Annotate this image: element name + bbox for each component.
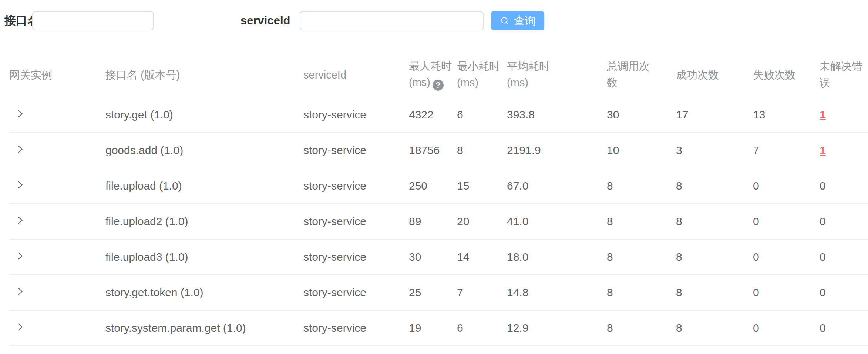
interface-name-cell: story.system.param.get (1.0): [105, 310, 303, 346]
column-header-avg-ms: 平均耗时 (ms): [507, 52, 607, 97]
unresolved-errors-cell: 1: [820, 97, 868, 133]
gateway-cell: [9, 239, 105, 275]
unresolved-errors-value: 0: [820, 286, 826, 298]
total-calls-cell: 8: [607, 310, 676, 346]
chevron-right-icon[interactable]: [14, 286, 26, 297]
avg-ms-cell: 2191.9: [507, 133, 607, 168]
unresolved-errors-value: 0: [820, 215, 826, 227]
fail-count-cell: 13: [753, 97, 820, 133]
gateway-cell: [9, 133, 105, 168]
fail-count-cell: 0: [753, 310, 820, 346]
chevron-right-icon[interactable]: [14, 250, 26, 261]
search-icon: [499, 16, 510, 26]
max-ms-cell: 250: [409, 168, 457, 204]
fail-count-cell: 0: [753, 275, 820, 310]
interface-name-cell: story.get.token (1.0): [105, 275, 303, 310]
chevron-right-icon[interactable]: [14, 179, 26, 190]
fail-count-cell: 0: [753, 239, 820, 275]
avg-ms-cell: 393.8: [507, 97, 607, 133]
max-ms-cell: 89: [409, 204, 457, 239]
success-count-cell: 8: [676, 168, 753, 204]
total-calls-cell: 8: [607, 168, 676, 204]
service-id-cell: story-service: [303, 239, 409, 275]
min-ms-cell: 6: [457, 310, 507, 346]
service-id-input[interactable]: [300, 11, 484, 30]
max-ms-cell: 25: [409, 275, 457, 310]
table-row: file.upload3 (1.0) story-service 30 14 1…: [9, 239, 868, 275]
api-stats-table: 网关实例 接口名 (版本号) serviceId 最大耗时 (ms)? 最小耗时…: [9, 52, 868, 346]
column-header-interface: 接口名 (版本号): [105, 52, 303, 97]
total-calls-cell: 8: [607, 275, 676, 310]
column-header-fail-count: 失败次数: [753, 52, 820, 97]
min-ms-cell: 15: [457, 168, 507, 204]
gateway-cell: [9, 97, 105, 133]
column-header-unresolved-errors: 未解决错误: [820, 52, 868, 97]
question-circle-icon[interactable]: ?: [433, 80, 444, 91]
gateway-cell: [9, 275, 105, 310]
gateway-cell: [9, 168, 105, 204]
total-calls-cell: 8: [607, 204, 676, 239]
total-calls-cell: 10: [607, 133, 676, 168]
unresolved-errors-cell: 1: [820, 133, 868, 168]
column-header-gateway: 网关实例: [9, 52, 105, 97]
avg-ms-cell: 18.0: [507, 239, 607, 275]
max-ms-cell: 30: [409, 239, 457, 275]
avg-ms-cell: 41.0: [507, 204, 607, 239]
service-id-label: serviceId: [240, 11, 290, 30]
total-calls-cell: 30: [607, 97, 676, 133]
avg-ms-cell: 67.0: [507, 168, 607, 204]
interface-name-cell: story.get (1.0): [105, 97, 303, 133]
success-count-cell: 8: [676, 275, 753, 310]
table-header-row: 网关实例 接口名 (版本号) serviceId 最大耗时 (ms)? 最小耗时…: [9, 52, 868, 97]
chevron-right-icon[interactable]: [14, 144, 26, 155]
min-ms-cell: 6: [457, 97, 507, 133]
success-count-cell: 3: [676, 133, 753, 168]
total-calls-cell: 8: [607, 239, 676, 275]
chevron-right-icon[interactable]: [14, 108, 26, 119]
interface-name-input[interactable]: [32, 11, 154, 30]
min-ms-cell: 8: [457, 133, 507, 168]
unresolved-errors-cell: 0: [820, 204, 868, 239]
service-id-cell: story-service: [303, 97, 409, 133]
success-count-cell: 8: [676, 310, 753, 346]
service-id-cell: story-service: [303, 204, 409, 239]
interface-name-cell: file.upload (1.0): [105, 168, 303, 204]
interface-name-cell: file.upload3 (1.0): [105, 239, 303, 275]
search-button-label: 查询: [514, 13, 536, 29]
table-body: story.get (1.0) story-service 4322 6 393…: [9, 97, 868, 346]
column-header-min-ms: 最小耗时 (ms): [457, 52, 507, 97]
service-id-cell: story-service: [303, 133, 409, 168]
unresolved-errors-link[interactable]: 1: [820, 144, 826, 156]
interface-name-cell: goods.add (1.0): [105, 133, 303, 168]
unresolved-errors-value: 0: [820, 180, 826, 192]
table-row: file.upload2 (1.0) story-service 89 20 4…: [9, 204, 868, 239]
unresolved-errors-cell: 0: [820, 239, 868, 275]
column-header-success-count: 成功次数: [676, 52, 753, 97]
chevron-right-icon[interactable]: [14, 321, 26, 333]
success-count-cell: 8: [676, 204, 753, 239]
gateway-cell: [9, 204, 105, 239]
min-ms-cell: 20: [457, 204, 507, 239]
success-count-cell: 8: [676, 239, 753, 275]
min-ms-cell: 7: [457, 275, 507, 310]
column-header-max-ms: 最大耗时 (ms)?: [409, 52, 457, 97]
api-stats-table-wrap: 网关实例 接口名 (版本号) serviceId 最大耗时 (ms)? 最小耗时…: [0, 52, 868, 346]
table-row: story.get (1.0) story-service 4322 6 393…: [9, 97, 868, 133]
max-ms-cell: 19: [409, 310, 457, 346]
search-form: 接口名 serviceId 查询: [0, 0, 868, 52]
max-ms-cell: 18756: [409, 133, 457, 168]
unresolved-errors-cell: 0: [820, 168, 868, 204]
table-row: file.upload (1.0) story-service 250 15 6…: [9, 168, 868, 204]
avg-ms-cell: 14.8: [507, 275, 607, 310]
unresolved-errors-link[interactable]: 1: [820, 108, 826, 121]
chevron-right-icon[interactable]: [14, 215, 26, 226]
max-ms-cell: 4322: [409, 97, 457, 133]
service-id-cell: story-service: [303, 310, 409, 346]
unresolved-errors-cell: 0: [820, 310, 868, 346]
fail-count-cell: 0: [753, 204, 820, 239]
column-header-service-id: serviceId: [303, 52, 409, 97]
success-count-cell: 17: [676, 97, 753, 133]
avg-ms-cell: 12.9: [507, 310, 607, 346]
table-row: goods.add (1.0) story-service 18756 8 21…: [9, 133, 868, 168]
search-button[interactable]: 查询: [491, 11, 544, 30]
